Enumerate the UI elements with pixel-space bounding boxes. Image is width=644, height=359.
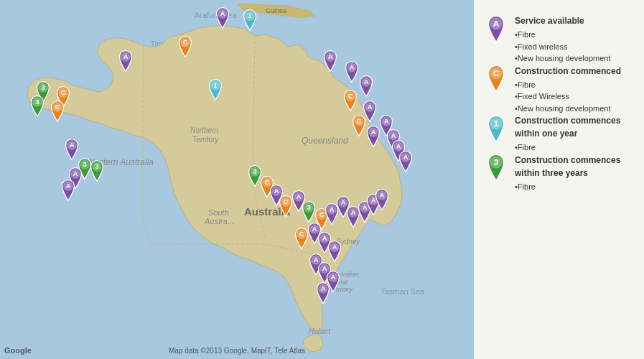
- svg-text:A: A: [391, 132, 396, 139]
- map-pin[interactable]: 3: [29, 95, 46, 121]
- svg-text:Northern: Northern: [190, 126, 218, 134]
- svg-text:A: A: [70, 141, 75, 149]
- legend-bullet: •Fibre: [515, 79, 621, 91]
- legend-title-construction-three-years: Construction commences within three year…: [515, 154, 633, 180]
- svg-text:1: 1: [494, 118, 499, 128]
- map-pin[interactable]: A: [214, 6, 231, 32]
- legend-title-construction-commenced: Construction commenced: [515, 65, 621, 78]
- legend-text-construction-commenced: Construction commenced•Fibre•Fixed Wirel…: [515, 65, 621, 115]
- svg-text:Queensland: Queensland: [302, 136, 348, 146]
- svg-text:C: C: [357, 118, 362, 125]
- svg-text:A: A: [123, 53, 129, 60]
- svg-text:A: A: [368, 103, 373, 111]
- google-attribution: Google: [4, 346, 32, 355]
- map-pin[interactable]: A: [60, 179, 77, 205]
- map-data-attribution: Map data ©2013 Google, MapIT, Tele Atlas: [169, 347, 305, 355]
- legend-item-service-available: A Service available•Fibre•Fixed wireless…: [485, 14, 633, 65]
- svg-text:3: 3: [494, 157, 499, 167]
- svg-text:Territory: Territory: [192, 136, 219, 144]
- svg-text:A: A: [332, 243, 337, 251]
- map-pin[interactable]: C: [342, 89, 359, 115]
- svg-text:3: 3: [253, 168, 256, 175]
- legend-item-construction-one-year: 1 Construction commences within one year…: [485, 114, 633, 154]
- svg-text:A: A: [321, 285, 326, 292]
- svg-text:A: A: [220, 10, 225, 17]
- svg-text:A: A: [66, 182, 71, 190]
- legend-item-construction-three-years: 3 Construction commences within three ye…: [485, 154, 633, 193]
- svg-text:A: A: [403, 154, 409, 161]
- svg-text:South: South: [208, 208, 229, 217]
- svg-text:C: C: [493, 68, 500, 78]
- map-pin[interactable]: C: [177, 35, 194, 61]
- legend-container: A Service available•Fibre•Fixed wireless…: [485, 14, 633, 192]
- legend-pin-construction-commenced: C: [485, 65, 508, 93]
- svg-text:Hobart: Hobart: [309, 327, 331, 335]
- svg-text:A: A: [384, 118, 389, 125]
- svg-text:C: C: [61, 89, 66, 96]
- svg-text:3: 3: [35, 98, 39, 106]
- map-pin[interactable]: A: [358, 75, 375, 101]
- svg-text:A: A: [73, 170, 78, 177]
- legend-bullet: •Fibre: [515, 141, 633, 154]
- svg-text:C: C: [55, 103, 60, 111]
- legend-bullet: •Fibre: [515, 29, 611, 41]
- legend-title-construction-one-year: Construction commences within one year: [515, 114, 633, 140]
- legend-item-construction-commenced: C Construction commenced•Fibre•Fixed Wir…: [485, 65, 633, 115]
- map-pin[interactable]: A: [397, 150, 414, 176]
- svg-text:C: C: [183, 39, 188, 46]
- map-area[interactable]: Arafura Sea Timor Sea Coral Sea Tasman S…: [0, 0, 474, 359]
- legend-bullet: •Fixed wireless: [515, 41, 611, 53]
- svg-text:A: A: [380, 192, 385, 199]
- svg-text:3: 3: [95, 163, 98, 170]
- map-pin[interactable]: 1: [241, 9, 258, 34]
- legend-text-construction-one-year: Construction commences within one year•F…: [515, 114, 633, 154]
- svg-text:A: A: [330, 206, 335, 213]
- legend-text-construction-three-years: Construction commences within three year…: [515, 154, 633, 193]
- map-pin[interactable]: 1: [207, 78, 224, 104]
- svg-text:A: A: [364, 78, 369, 85]
- svg-text:A: A: [350, 64, 355, 71]
- legend-bullet: •New housing development: [515, 103, 621, 115]
- legend-pin-construction-one-year: 1: [485, 114, 508, 143]
- map-pin[interactable]: C: [49, 100, 66, 126]
- map-pin[interactable]: A: [373, 188, 391, 214]
- map-pin[interactable]: 3: [88, 159, 106, 185]
- svg-text:A: A: [371, 129, 376, 136]
- svg-text:C: C: [284, 198, 289, 205]
- svg-text:1: 1: [213, 82, 217, 89]
- legend-area: A Service available•Fibre•Fixed wireless…: [474, 0, 644, 359]
- legend-pin-service-available: A: [485, 14, 508, 43]
- legend-bullet: •Fibre: [515, 181, 633, 193]
- map-pin[interactable]: A: [314, 281, 332, 307]
- svg-text:A: A: [396, 143, 401, 150]
- svg-text:1: 1: [248, 12, 251, 19]
- svg-text:C: C: [299, 230, 304, 238]
- main-container: Arafura Sea Timor Sea Coral Sea Tasman S…: [0, 0, 644, 359]
- svg-text:A: A: [351, 209, 356, 216]
- svg-text:Austra...: Austra...: [204, 217, 234, 225]
- map-pin[interactable]: A: [117, 50, 134, 75]
- svg-text:A: A: [297, 193, 302, 200]
- svg-text:Guinea: Guinea: [266, 7, 286, 14]
- legend-bullet: •New housing development: [515, 52, 611, 65]
- legend-title-service-available: Service available: [515, 14, 611, 27]
- map-pin[interactable]: A: [322, 50, 339, 75]
- legend-pin-construction-three-years: 3: [485, 154, 508, 182]
- legend-bullet: •Fixed Wireless: [515, 90, 621, 103]
- svg-text:3: 3: [307, 204, 310, 211]
- svg-text:C: C: [348, 93, 353, 100]
- svg-text:3: 3: [41, 84, 45, 91]
- legend-text-service-available: Service available•Fibre•Fixed wireless•N…: [515, 14, 611, 65]
- svg-text:Tasman Sea: Tasman Sea: [381, 287, 425, 296]
- svg-text:A: A: [493, 19, 500, 28]
- svg-text:A: A: [274, 187, 279, 195]
- svg-text:A: A: [331, 274, 336, 281]
- svg-text:A: A: [328, 53, 333, 60]
